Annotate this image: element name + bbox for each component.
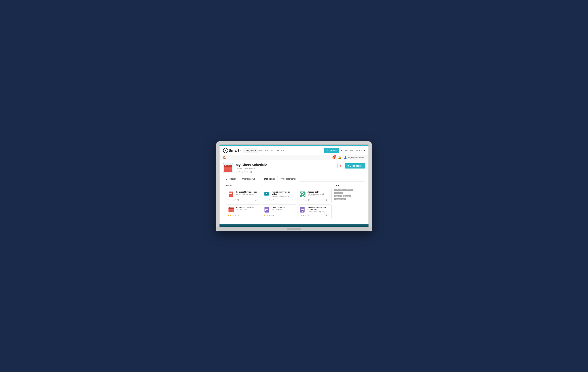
- heart-icon: ♥: [340, 164, 341, 167]
- task-info-icon-transcript[interactable]: ℹ: [255, 199, 255, 201]
- star-1: ★: [236, 170, 238, 173]
- home-icon[interactable]: 🏠: [223, 156, 226, 159]
- task-heart-transcript[interactable]: ♡: [257, 199, 258, 201]
- task-subtitle-transcript: Banner 9 (All Campuses): [236, 193, 257, 195]
- task-subtitle-catalog: Banner 9 (All Campuses): [307, 211, 330, 213]
- tags-title: Tags: [334, 184, 362, 187]
- categories-dropdown[interactable]: Categories ▾: [243, 148, 258, 153]
- task-card-grades: A+ A+ Check Grades (All Campuses): [262, 204, 296, 218]
- tag-courses[interactable]: Courses ›: [334, 192, 343, 194]
- task-subtitle-video: Banner 9 (All Campuses): [272, 195, 294, 197]
- svg-rect-13: [229, 192, 232, 192]
- task-title-calendar: Academic Calendar: [236, 206, 254, 208]
- tag-grades[interactable]: Grades ›: [343, 195, 351, 197]
- task-card-calendar: Academic Calendar (All Campuses) ★★★★★ (…: [226, 204, 260, 218]
- task-subtitle-grades: (All Campuses): [272, 209, 285, 210]
- svg-point-10: [225, 165, 225, 165]
- tags-row-2: Exams › Grades › Task Center ›: [334, 195, 362, 200]
- tags-row-1: Calendar › Classes › Courses ›: [334, 189, 362, 194]
- task-heart-grades[interactable]: ♡: [292, 214, 294, 217]
- svg-rect-28: [233, 207, 233, 208]
- svg-rect-23: [265, 196, 268, 196]
- task-icon-calendar: [228, 206, 235, 213]
- task-heart-catalog[interactable]: ♡: [328, 214, 330, 217]
- svg-text:A+: A+: [265, 210, 267, 211]
- task-title-ssb: Access SSB: [307, 191, 330, 193]
- bell-icon[interactable]: 🔔: [338, 156, 341, 159]
- task-title-transcript: Request My Transcript: [236, 191, 257, 193]
- task-card-transcript: Transcript A+ A+ Request My Transcript B…: [226, 189, 260, 203]
- svg-rect-43: [301, 209, 304, 210]
- page-rating-count: (0): [250, 171, 252, 173]
- tag-classes[interactable]: Classes ›: [344, 189, 353, 191]
- tabs-bar: Description User Reviews Related Tasks A…: [223, 176, 365, 182]
- task-icon-catalog: [299, 206, 306, 213]
- tab-content-related-tasks: Tasks: [223, 182, 365, 221]
- task-title-video: Registration Tutorial Video: [272, 191, 294, 195]
- tags-section: Tags Calendar › Classes › Courses › Exam…: [334, 184, 362, 218]
- tab-user-reviews[interactable]: User Reviews: [239, 176, 258, 182]
- tasks-grid: Transcript A+ A+ Request My Transcript B…: [226, 189, 332, 218]
- user-info[interactable]: 👤 paige@transact.com: [344, 156, 365, 159]
- tag-task-center[interactable]: Task Center ›: [334, 198, 346, 200]
- notification-count: 33: [334, 155, 336, 158]
- tab-description[interactable]: Description: [223, 176, 239, 182]
- svg-rect-27: [229, 207, 230, 208]
- task-icon-grades: A+ A+: [263, 206, 271, 213]
- external-link-icon: ⊙: [347, 165, 349, 167]
- task-title-grades: Check Grades: [272, 206, 285, 208]
- task-info-icon-video[interactable]: ℹ: [291, 199, 291, 201]
- svg-rect-36: [265, 208, 268, 209]
- tab-related-tasks[interactable]: Related Tasks: [258, 176, 278, 182]
- footer: [220, 224, 368, 227]
- task-subtitle-calendar: (All Campuses): [236, 209, 254, 210]
- search-bar: Categories ▾ 🔍 Search: [243, 148, 339, 153]
- svg-rect-37: [265, 209, 268, 210]
- task-info-icon-calendar[interactable]: ℹ: [255, 214, 255, 217]
- task-info-icon-grades[interactable]: ℹ: [291, 214, 291, 217]
- tasks-title: Tasks: [226, 184, 332, 187]
- favorite-button[interactable]: ♥: [337, 163, 343, 169]
- task-icon-transcript: Transcript A+ A+: [228, 191, 235, 198]
- task-heart-video[interactable]: ♡: [292, 199, 294, 201]
- task-info-icon-ssb[interactable]: ℹ: [326, 199, 327, 201]
- sub-header: 🏠 🎁 33 🔔 👤 paige@transact.com: [220, 155, 368, 160]
- logo-circle: r: [223, 148, 228, 153]
- svg-point-11: [231, 165, 232, 165]
- tag-calendar[interactable]: Calendar ›: [334, 189, 344, 191]
- svg-rect-16: [229, 194, 231, 194]
- task-heart-calendar[interactable]: ♡: [257, 214, 258, 217]
- campus-dropdown[interactable]: All Campuses ▾: [341, 149, 355, 152]
- notifications-icon[interactable]: 🎁 33: [332, 156, 336, 159]
- svg-rect-2: [224, 167, 232, 167]
- task-card-video: Registration Tutorial Video Banner 9 (Al…: [262, 189, 296, 203]
- search-input[interactable]: [258, 148, 324, 153]
- svg-text:Transcript: Transcript: [229, 191, 233, 192]
- task-card-catalog: View Course Catalog (Students) Banner 9 …: [297, 204, 332, 218]
- svg-rect-26: [229, 207, 234, 209]
- top-accent-bar: [220, 145, 368, 146]
- tag-exams[interactable]: Exams ›: [334, 195, 342, 197]
- user-icon: 👤: [344, 156, 347, 159]
- star-2: ★: [238, 170, 241, 173]
- svg-text:A+: A+: [267, 210, 268, 211]
- tab-announcements[interactable]: Announcements: [278, 176, 299, 182]
- task-info-icon-catalog[interactable]: ℹ: [326, 214, 327, 217]
- svg-rect-42: [301, 208, 304, 209]
- svg-rect-15: [229, 193, 232, 194]
- svg-rect-35: [265, 208, 268, 208]
- task-card-ssb: Access SSB Self-Service Banner (All Camp…: [297, 189, 332, 203]
- task-heart-ssb[interactable]: ♡: [328, 199, 330, 201]
- goto-site-button[interactable]: ⊙ Go to this site: [345, 163, 365, 168]
- logo-text: Smart: [229, 148, 239, 153]
- svg-rect-14: [229, 193, 232, 193]
- search-button[interactable]: 🔍 Search: [324, 148, 339, 153]
- star-5: ★: [246, 170, 248, 173]
- page-header: Schedule: [223, 163, 365, 173]
- star-4: ★: [244, 170, 246, 173]
- laptop-notch: [287, 228, 301, 230]
- logo[interactable]: r Smart®: [223, 148, 241, 153]
- search-icon: 🔍: [327, 149, 329, 152]
- roles-dropdown[interactable]: All Roles ▾: [356, 149, 365, 152]
- logo-trademark: ®: [240, 149, 241, 151]
